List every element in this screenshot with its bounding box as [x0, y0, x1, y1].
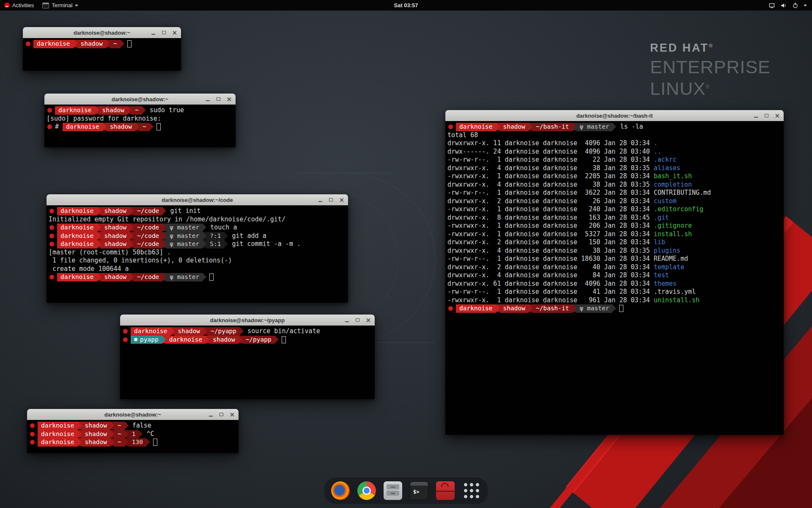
window-titlebar[interactable]: darknoise@shadow:~: [44, 94, 236, 105]
maximize-button[interactable]: [328, 197, 334, 203]
screen-icon[interactable]: [768, 2, 775, 9]
terminal-content[interactable]: darknoiseshadow~: [23, 38, 181, 71]
dock-app-grid-icon[interactable]: [462, 481, 481, 500]
redhat-prompt-icon: [448, 306, 453, 311]
maximize-button[interactable]: [218, 411, 224, 417]
prompt-segment-path: ~/code: [134, 207, 162, 215]
terminal-text: source bin/activate: [244, 327, 320, 336]
dock: $>: [324, 478, 488, 504]
close-button[interactable]: [171, 30, 177, 36]
terminal-line: -rwxrwxr-x. 1 darknoise darknoise 5327 J…: [447, 230, 782, 239]
powerline-arrow-icon: [162, 232, 166, 240]
python-icon: [134, 338, 137, 341]
powerline-arrow-icon: [142, 106, 146, 114]
prompt-segment-host: shadow: [209, 336, 238, 344]
powerline-arrow-icon: [130, 207, 134, 215]
powerline-arrow-icon: [130, 273, 134, 281]
terminal-text: -rw-rw-r--. 1 darknoise darknoise 3622 J…: [447, 189, 654, 197]
terminal-line: -rw-rw-r--. 1 darknoise darknoise 3622 J…: [447, 189, 782, 197]
minimize-button[interactable]: [753, 113, 759, 119]
window-titlebar[interactable]: darknoise@shadow:~/bash-it: [445, 110, 784, 121]
terminal-text: -rw-rw-r--. 1 darknoise darknoise 41 Jan…: [447, 288, 654, 296]
prompt-segment-path: ~/pyapp: [242, 336, 275, 344]
terminal-line: drwxrwxr-x. 2 darknoise darknoise 40 Jan…: [447, 263, 782, 272]
maximize-button[interactable]: [354, 317, 360, 323]
powerline-arrow-icon: [529, 304, 532, 312]
terminal-content[interactable]: darknoiseshadow~/pyapp source bin/activa…: [120, 326, 375, 399]
terminal-line: darknoiseshadow~/pyapp source bin/activa…: [122, 327, 373, 336]
prompt-segment-path: ~/code: [134, 240, 162, 248]
dock-firefox-icon[interactable]: [331, 481, 350, 500]
clock[interactable]: Sat 03:57: [394, 0, 418, 11]
minimize-button[interactable]: [150, 30, 156, 36]
maximize-button[interactable]: [161, 30, 167, 36]
app-menu-terminal[interactable]: Terminal: [38, 0, 82, 11]
terminal-window-home-2: darknoise@shadow:~ darknoiseshadow~ fals…: [27, 409, 239, 453]
powerline-arrow-icon: [74, 40, 77, 47]
terminal-window-bash-it: darknoise@shadow:~/bash-it darknoiseshad…: [445, 110, 784, 435]
window-titlebar[interactable]: darknoise@shadow:~/code: [47, 194, 348, 206]
window-titlebar[interactable]: darknoise@shadow:~: [23, 27, 181, 39]
prompt-segment-path: ~/pyapp: [207, 327, 240, 336]
terminal-line: total 68: [447, 131, 782, 140]
window-titlebar[interactable]: darknoise@shadow:~/pyapp: [120, 315, 375, 326]
terminal-window-sudo: darknoise@shadow:~ darknoiseshadow~ sudo…: [44, 94, 236, 147]
maximize-button[interactable]: [763, 113, 769, 119]
terminal-text: drwxrwxr-x. 8 darknoise darknoise 163 Ja…: [447, 214, 654, 222]
terminal-content[interactable]: darknoiseshadow~ sudo true[sudo] passwor…: [44, 105, 236, 147]
terminal-line: darknoiseshadow~/codeψ master: [49, 273, 346, 282]
minimize-button[interactable]: [208, 411, 214, 417]
powerline-arrow-icon: [162, 240, 166, 248]
powerline-arrow-icon: [95, 106, 99, 114]
terminal-text: -rwxrwxr-x. 1 darknoise darknoise 961 Ja…: [447, 296, 654, 305]
maximize-button[interactable]: [215, 96, 221, 102]
activities-button[interactable]: Activities: [0, 0, 38, 11]
terminal-text: drwxrwxr-x. 2 darknoise darknoise 40 Jan…: [447, 263, 654, 272]
desktop[interactable]: { "topbar": { "activities_label": "Activ…: [0, 0, 812, 508]
powerline-arrow-icon: [128, 106, 132, 114]
prompt-segment-git: ψ master: [166, 224, 203, 232]
volume-icon[interactable]: [780, 2, 787, 9]
powerline-arrow-icon: [496, 304, 500, 312]
powerline-arrow-icon: [529, 123, 532, 130]
close-button[interactable]: [226, 96, 232, 102]
minimize-button[interactable]: [344, 317, 350, 323]
terminal-text: custom: [654, 197, 677, 206]
prompt-segment-exit: 130: [129, 438, 146, 447]
terminal-text: drwx------. 24 darknoise darknoise 4096 …: [447, 148, 654, 156]
prompt-segment-user: darknoise: [166, 336, 206, 344]
redhat-branding: RED HAT® ENTERPRISE LINUX®: [650, 42, 771, 99]
terminal-text: plugins: [654, 247, 680, 255]
close-button[interactable]: [365, 317, 371, 323]
dock-terminal-icon[interactable]: $>: [410, 481, 428, 500]
terminal-content[interactable]: darknoiseshadow~/bash-itψ master ls -lat…: [445, 121, 784, 435]
prompt-segment-host: shadow: [82, 438, 110, 447]
prompt-segment-git: ψ master: [166, 232, 203, 240]
powerline-arrow-icon: [125, 422, 129, 429]
dock-files-icon[interactable]: [384, 481, 402, 500]
minimize-button[interactable]: [317, 197, 323, 203]
terminal-window-code: darknoise@shadow:~/code darknoiseshadow~…: [47, 194, 348, 303]
dock-toolbox-icon[interactable]: [436, 481, 455, 500]
terminal-text: -rw-rw-r--. 1 darknoise darknoise 22 Jan…: [447, 156, 654, 164]
terminal-content[interactable]: darknoiseshadow~ falsedarknoiseshadow~1 …: [27, 420, 239, 453]
minimize-button[interactable]: [205, 96, 211, 102]
dock-chrome-icon[interactable]: [357, 481, 376, 500]
terminal-line: darknoiseshadow~: [25, 40, 179, 48]
terminal-text: install.sh: [654, 230, 692, 239]
branding-enterprise: ENTERPRISE: [650, 57, 771, 77]
close-button[interactable]: [774, 113, 780, 119]
close-button[interactable]: [338, 197, 344, 203]
powerline-arrow-icon: [573, 304, 576, 312]
prompt-segment-user: darknoise: [456, 123, 496, 131]
terminal-text: README.md: [654, 255, 688, 263]
terminal-line: drwxrwxr-x. 11 darknoise darknoise 4096 …: [447, 139, 782, 148]
app-menu-label: Terminal: [52, 2, 72, 8]
terminal-content[interactable]: darknoiseshadow~/code git initInitialize…: [47, 205, 348, 303]
window-titlebar[interactable]: darknoise@shadow:~: [27, 409, 239, 420]
terminal-line: pyappdarknoiseshadow~/pyapp: [122, 336, 373, 344]
close-button[interactable]: [229, 411, 235, 417]
redhat-prompt-icon: [47, 108, 52, 113]
terminal-line: drwx------. 24 darknoise darknoise 4096 …: [447, 148, 782, 156]
power-icon[interactable]: [792, 2, 798, 8]
